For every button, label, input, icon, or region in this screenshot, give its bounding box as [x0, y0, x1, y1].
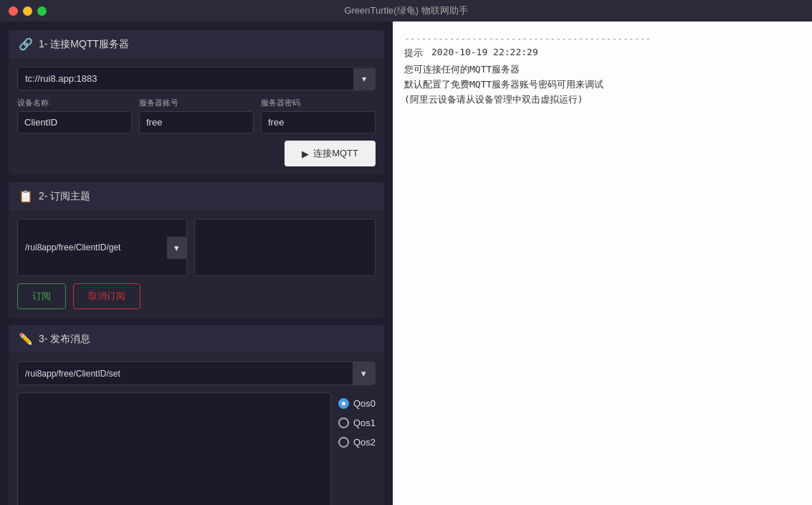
- server-account-input[interactable]: [139, 111, 254, 133]
- server-url-row: ▾: [17, 67, 376, 90]
- device-name-input[interactable]: [17, 111, 132, 133]
- publish-content-row: Qos0 Qos1 Qos2: [17, 392, 376, 505]
- server-account-label: 服务器账号: [139, 98, 254, 108]
- maximize-button[interactable]: [37, 6, 47, 16]
- close-button[interactable]: [9, 6, 18, 16]
- publish-section: ✏️ 3- 发布消息 ▾ Qos0: [9, 325, 384, 505]
- main-content: 🔗 1- 连接MQTT服务器 ▾ 设备名称 服务器账号: [0, 22, 812, 505]
- connect-section-title: 1- 连接MQTT服务器: [39, 38, 129, 51]
- connect-button-row: ▶ 连接MQTT: [17, 141, 376, 166]
- connect-section-header: 🔗 1- 连接MQTT服务器: [9, 30, 384, 58]
- connect-mqtt-button[interactable]: ▶ 连接MQTT: [285, 141, 376, 166]
- connect-section-body: ▾ 设备名称 服务器账号 服务器密码: [9, 58, 384, 175]
- server-password-label: 服务器密码: [261, 98, 376, 108]
- log-tip-label: 提示: [404, 47, 423, 60]
- qos-panel: Qos0 Qos1 Qos2: [338, 392, 376, 505]
- subscribe-topic-dropdown-button[interactable]: ▾: [167, 237, 186, 259]
- subscribe-topic-input[interactable]: [18, 237, 167, 258]
- publish-message-area[interactable]: [17, 392, 331, 505]
- titlebar: GreenTurtle(绿龟) 物联网助手: [0, 0, 812, 22]
- publish-section-title: 3- 发布消息: [39, 333, 90, 346]
- qos1-option[interactable]: Qos1: [338, 417, 376, 428]
- subscribe-message-area[interactable]: [194, 219, 376, 276]
- qos0-option[interactable]: Qos0: [338, 398, 376, 409]
- subscribe-section: 📋 2- 订阅主题 ▾ 订阅 取消订阅: [9, 182, 384, 318]
- publish-topic-input[interactable]: [18, 363, 353, 384]
- qos1-label: Qos1: [353, 417, 376, 428]
- log-timestamp: 2020-10-19 22:22:29: [431, 47, 538, 60]
- server-password-group: 服务器密码: [261, 98, 376, 133]
- play-icon: ▶: [302, 148, 309, 159]
- publish-topic-row: ▾: [17, 362, 376, 385]
- log-line-2: 默认配置了免费MQTT服务器账号密码可用来调试: [404, 77, 801, 93]
- log-messages: 您可连接任何的MQTT服务器 默认配置了免费MQTT服务器账号密码可用来调试 (…: [404, 62, 801, 107]
- device-name-label: 设备名称: [17, 98, 132, 108]
- qos2-radio[interactable]: [338, 437, 349, 448]
- log-divider: ----------------------------------------…: [404, 33, 801, 44]
- subscribe-button[interactable]: 订阅: [17, 283, 66, 309]
- publish-section-body: ▾ Qos0 Qos1: [9, 353, 384, 505]
- qos2-option[interactable]: Qos2: [338, 437, 376, 448]
- connect-button-label: 连接MQTT: [313, 147, 358, 160]
- subscribe-section-body: ▾ 订阅 取消订阅: [9, 210, 384, 318]
- window-title: GreenTurtle(绿龟) 物联网助手: [344, 4, 467, 17]
- subscribe-icon: 📋: [19, 189, 33, 203]
- log-line-1: 您可连接任何的MQTT服务器: [404, 62, 801, 77]
- publish-topic-dropdown-button[interactable]: ▾: [353, 362, 375, 384]
- minimize-button[interactable]: [23, 6, 32, 16]
- server-password-input[interactable]: [261, 111, 376, 133]
- device-fields-row: 设备名称 服务器账号 服务器密码: [17, 98, 376, 133]
- subscribe-row: ▾: [17, 219, 376, 276]
- qos2-label: Qos2: [353, 437, 376, 448]
- publish-icon: ✏️: [19, 332, 33, 346]
- server-url-dropdown-button[interactable]: ▾: [353, 68, 375, 90]
- server-account-group: 服务器账号: [139, 98, 254, 133]
- right-panel: ----------------------------------------…: [393, 22, 812, 505]
- connect-icon: 🔗: [19, 37, 33, 51]
- unsubscribe-button[interactable]: 取消订阅: [73, 283, 140, 309]
- publish-section-header: ✏️ 3- 发布消息: [9, 325, 384, 353]
- log-line-3: (阿里云设备请从设备管理中双击虚拟运行): [404, 93, 801, 108]
- server-url-input[interactable]: [18, 67, 353, 90]
- left-panel: 🔗 1- 连接MQTT服务器 ▾ 设备名称 服务器账号: [0, 22, 393, 505]
- log-timestamp-row: 提示 2020-10-19 22:22:29: [404, 47, 801, 60]
- subscribe-topic-row: ▾: [17, 219, 187, 276]
- subscribe-section-title: 2- 订阅主题: [39, 190, 90, 203]
- qos0-label: Qos0: [353, 398, 376, 409]
- subscribe-actions: 订阅 取消订阅: [17, 283, 376, 309]
- qos0-radio[interactable]: [338, 398, 349, 409]
- qos1-radio[interactable]: [338, 417, 349, 428]
- device-name-group: 设备名称: [17, 98, 132, 133]
- window-controls: [9, 6, 47, 16]
- connect-section: 🔗 1- 连接MQTT服务器 ▾ 设备名称 服务器账号: [9, 30, 384, 175]
- subscribe-section-header: 📋 2- 订阅主题: [9, 182, 384, 210]
